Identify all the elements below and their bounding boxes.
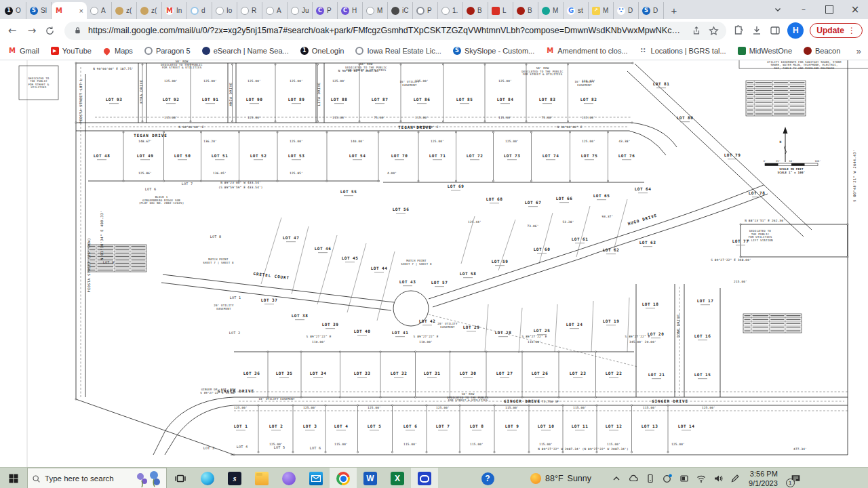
profile-avatar[interactable]: H xyxy=(787,22,804,39)
download-icon[interactable] xyxy=(751,24,763,37)
browser-tab-3[interactable]: M× xyxy=(52,2,87,19)
office-taskbar-button[interactable] xyxy=(275,468,302,488)
svg-text:LOT 6: LOT 6 xyxy=(310,446,321,450)
bookmark-item-4[interactable]: Paragon 5 xyxy=(144,47,191,55)
edge-taskbar-button[interactable] xyxy=(194,468,221,488)
bookmark-item-2[interactable]: ▶YouTube xyxy=(51,47,92,55)
globe-favicon xyxy=(441,7,450,15)
svg-text:LOT 90: LOT 90 xyxy=(246,97,263,102)
browser-tab-2[interactable]: SSl xyxy=(26,2,52,19)
browser-tab-24[interactable]: ↗M xyxy=(589,2,614,19)
svg-text:LOT 87: LOT 87 xyxy=(372,97,389,102)
bookmark-item-6[interactable]: 1OneLogin xyxy=(300,47,344,55)
edge-beta-icon[interactable] xyxy=(658,468,675,488)
onedrive-icon[interactable] xyxy=(625,468,642,488)
excel-taskbar-button[interactable]: X xyxy=(384,468,411,488)
chevron-up-icon[interactable] xyxy=(608,468,625,488)
skyslope-app-icon: s xyxy=(228,472,241,485)
svg-text:LOT 40: LOT 40 xyxy=(354,329,371,333)
bookmark-item-10[interactable]: ∷Locations | BGRS tal... xyxy=(639,47,726,55)
bookmark-item-1[interactable]: MGmail xyxy=(8,47,39,55)
browser-tab-16[interactable]: iC xyxy=(388,2,413,19)
minimize-button[interactable]: – xyxy=(791,0,816,19)
browser-tab-6[interactable]: z( xyxy=(137,2,162,19)
browser-tab-21[interactable]: B xyxy=(513,2,538,19)
browser-tab-13[interactable]: CP xyxy=(313,2,338,19)
favicon: S xyxy=(642,7,650,15)
tablet-icon[interactable] xyxy=(675,468,692,488)
browser-tab-1[interactable]: 1O xyxy=(1,2,26,19)
chrome-taskbar-button[interactable] xyxy=(330,468,357,488)
help-app-button[interactable]: ? xyxy=(476,468,499,488)
browser-tab-9[interactable]: Io xyxy=(212,2,237,19)
svg-text:20' UTILITYEASEMENT: 20' UTILITYEASEMENT xyxy=(214,304,234,310)
bookmark-item-9[interactable]: MAmendment to clos... xyxy=(546,47,627,55)
volume-icon[interactable] xyxy=(709,468,726,488)
browser-tab-11[interactable]: A xyxy=(262,2,288,19)
bookmarks-overflow-chevron[interactable]: » xyxy=(856,46,861,56)
browser-tab-25[interactable]: ∵D xyxy=(614,2,639,19)
browser-tab-26[interactable]: SD xyxy=(639,2,664,19)
skyslope-app-taskbar-button[interactable]: s xyxy=(221,468,248,488)
bookmark-star-icon[interactable] xyxy=(707,24,719,37)
bookmark-item-12[interactable]: Beacon xyxy=(804,47,840,55)
svg-text:LOT 10: LOT 10 xyxy=(538,424,555,428)
browser-tab-19[interactable]: B xyxy=(463,2,488,19)
bookmark-item-7[interactable]: Iowa Real Estate Lic... xyxy=(355,47,441,55)
update-button[interactable]: Update ⋮ xyxy=(810,23,863,38)
svg-text:75.00': 75.00' xyxy=(541,116,553,119)
menu-kebab-icon[interactable]: ⋮ xyxy=(848,26,856,35)
side-panel-icon[interactable] xyxy=(769,24,781,37)
svg-text:LOT 44: LOT 44 xyxy=(371,266,388,270)
mail-taskbar-button[interactable] xyxy=(302,468,330,488)
tab-search-chevron-icon[interactable] xyxy=(765,0,791,19)
browser-tab-23[interactable]: Gst xyxy=(564,2,589,19)
browser-tab-17[interactable]: P xyxy=(413,2,438,19)
extensions-icon[interactable] xyxy=(732,24,745,37)
svg-text:50': 50' xyxy=(789,160,794,163)
task-view-taskbar-button[interactable] xyxy=(167,468,194,488)
tab-close-icon[interactable]: × xyxy=(79,7,83,15)
browser-tab-14[interactable]: CH xyxy=(338,2,363,19)
browser-tab-5[interactable]: z( xyxy=(112,2,137,19)
bookmark-item-8[interactable]: SSkySlope - Custom... xyxy=(453,47,534,55)
svg-text:LOT 46: LOT 46 xyxy=(315,246,332,251)
svg-text:LOT 21: LOT 21 xyxy=(648,372,665,377)
weather-widget[interactable]: 88°F Sunny xyxy=(524,468,598,488)
taskbar-clock[interactable]: 3:56 PM 9/1/2023 xyxy=(743,468,783,488)
globe-favicon xyxy=(291,7,299,15)
bookmark-item-11[interactable]: MidWestOne xyxy=(738,47,792,55)
browser-tab-7[interactable]: MIn xyxy=(162,2,187,19)
browser-tab-4[interactable]: A xyxy=(87,2,112,19)
bookmark-item-3[interactable]: Maps xyxy=(103,47,133,55)
bookmark-item-5[interactable]: eSearch | Name Sea... xyxy=(202,47,289,55)
maximize-button[interactable] xyxy=(816,0,842,19)
browser-tab-20[interactable]: L xyxy=(488,2,513,19)
browser-tab-15[interactable]: M xyxy=(363,2,388,19)
browser-tab-8[interactable]: d xyxy=(187,2,212,19)
reload-button[interactable] xyxy=(45,26,58,36)
browser-tab-10[interactable]: R xyxy=(237,2,262,19)
share-icon[interactable] xyxy=(690,24,703,37)
start-button[interactable] xyxy=(0,468,27,488)
file-explorer-taskbar-button[interactable] xyxy=(248,468,275,488)
new-tab-button[interactable]: + xyxy=(667,3,682,18)
browser-tab-18[interactable]: 1. xyxy=(438,2,463,19)
close-button[interactable]: × xyxy=(842,0,868,19)
forward-button[interactable]: → xyxy=(25,24,39,37)
pen-icon[interactable] xyxy=(726,468,743,488)
wifi-icon[interactable] xyxy=(692,468,709,488)
browser-tab-12[interactable]: Ju xyxy=(288,2,313,19)
your-phone-icon[interactable] xyxy=(642,468,658,488)
square-favicon: ▶ xyxy=(51,47,59,55)
gmail-favicon: M xyxy=(546,47,554,55)
browser-tab-22[interactable]: M xyxy=(538,2,564,19)
screen-app-taskbar-button[interactable] xyxy=(411,468,438,488)
address-bar[interactable]: https://mail.google.com/mail/u/0/?zx=xg2… xyxy=(64,22,726,40)
action-center-button[interactable]: 1 xyxy=(783,468,809,488)
svg-text:LOT 37: LOT 37 xyxy=(261,298,278,302)
back-button[interactable]: ← xyxy=(5,24,19,37)
word-taskbar-button[interactable]: W xyxy=(357,468,384,488)
svg-text:(S 89°59'59" E 433.54'): (S 89°59'59" E 433.54') xyxy=(218,186,262,189)
taskbar-search-input[interactable]: Type here to search xyxy=(27,468,167,488)
